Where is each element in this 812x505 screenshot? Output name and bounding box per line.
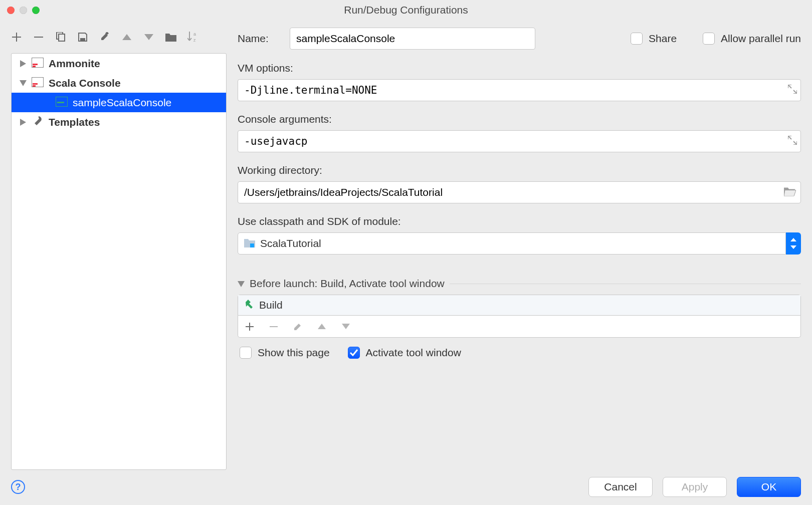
module-value: ScalaTutorial: [260, 237, 321, 249]
edit-defaults-button[interactable]: [99, 32, 110, 43]
show-this-page-toggle[interactable]: Show this page: [240, 347, 330, 359]
svg-text:z: z: [193, 38, 196, 43]
edit-task-button[interactable]: [292, 321, 303, 332]
updown-icon[interactable]: [786, 232, 801, 255]
svg-rect-11: [33, 83, 38, 85]
working-dir-label: Working directory:: [238, 164, 801, 176]
before-launch-item[interactable]: Build: [238, 295, 800, 315]
before-launch-toolbar: [238, 316, 801, 338]
window-controls: [7, 7, 40, 14]
ok-button[interactable]: OK: [737, 477, 801, 497]
remove-task-button[interactable]: [268, 321, 279, 332]
before-launch-label: Before launch: Build, Activate tool wind…: [250, 278, 445, 290]
apply-button[interactable]: Apply: [663, 477, 727, 497]
expand-icon[interactable]: [788, 84, 797, 96]
share-toggle[interactable]: Share: [631, 33, 677, 45]
svg-rect-3: [80, 38, 85, 41]
tree-item-label: Ammonite: [49, 58, 100, 70]
remove-config-button[interactable]: [33, 32, 44, 43]
left-toolbar: az: [11, 27, 227, 47]
svg-text:a: a: [193, 32, 196, 37]
svg-rect-0: [34, 37, 43, 38]
dialog-footer: ? Cancel Apply OK: [0, 470, 812, 505]
console-args-label: Console arguments:: [238, 113, 801, 125]
tree-item-label: Templates: [49, 116, 100, 128]
module-icon: [244, 237, 255, 250]
show-this-page-label: Show this page: [258, 347, 330, 359]
tree-item-label: Scala Console: [49, 77, 121, 89]
module-label: Use classpath and SDK of module:: [238, 215, 801, 227]
allow-parallel-toggle[interactable]: Allow parallel run: [703, 33, 801, 45]
folder-open-icon[interactable]: [784, 186, 796, 199]
tree-item-ammonite[interactable]: Ammonite: [12, 54, 226, 73]
svg-rect-9: [33, 66, 36, 67]
before-launch-header[interactable]: Before launch: Build, Activate tool wind…: [238, 278, 801, 290]
expand-icon[interactable]: [788, 135, 797, 147]
help-button[interactable]: ?: [11, 480, 25, 494]
svg-rect-8: [33, 64, 38, 65]
share-label: Share: [649, 33, 677, 45]
divider: [450, 284, 801, 284]
config-tree[interactable]: Ammonite Scala Console sampleScalaCon: [11, 53, 227, 470]
disclosure-right-icon[interactable]: [19, 59, 28, 68]
save-config-button[interactable]: [77, 32, 88, 43]
svg-rect-16: [270, 326, 278, 327]
before-launch-list[interactable]: Build: [238, 295, 801, 316]
move-up-button[interactable]: [121, 32, 132, 43]
folder-button[interactable]: [165, 32, 176, 43]
cancel-button[interactable]: Cancel: [588, 477, 653, 497]
move-task-down-button[interactable]: [340, 321, 351, 332]
zoom-window-button[interactable]: [32, 7, 40, 14]
svg-rect-2: [59, 34, 65, 41]
tree-item-label: sampleScalaConsole: [73, 97, 171, 109]
activate-tool-window-checkbox[interactable]: [348, 347, 360, 359]
window-title: Run/Debug Configurations: [0, 4, 812, 16]
svg-rect-15: [250, 243, 254, 247]
console-icon: [32, 58, 44, 70]
svg-rect-12: [33, 85, 36, 87]
working-dir-input[interactable]: [238, 181, 801, 203]
hammer-icon: [244, 299, 254, 312]
move-task-up-button[interactable]: [316, 321, 327, 332]
wrench-icon: [32, 116, 44, 128]
add-config-button[interactable]: [11, 32, 22, 43]
vm-options-input[interactable]: [238, 79, 801, 101]
console-args-input[interactable]: [238, 130, 801, 152]
sort-alpha-button[interactable]: az: [187, 32, 198, 43]
close-window-button[interactable]: [7, 7, 15, 14]
add-task-button[interactable]: [244, 321, 255, 332]
console-icon: [32, 77, 44, 89]
tree-item-sample-scala-console[interactable]: sampleScalaConsole: [12, 93, 226, 112]
allow-parallel-checkbox[interactable]: [703, 33, 715, 45]
disclosure-down-icon[interactable]: [238, 278, 245, 290]
move-down-button[interactable]: [143, 32, 154, 43]
disclosure-right-icon[interactable]: [19, 118, 28, 127]
disclosure-down-icon[interactable]: [19, 79, 28, 88]
show-this-page-checkbox[interactable]: [240, 347, 252, 359]
tree-item-templates[interactable]: Templates: [12, 112, 226, 132]
share-checkbox[interactable]: [631, 33, 643, 45]
copy-config-button[interactable]: [55, 32, 66, 43]
run-config-icon: [56, 97, 68, 109]
activate-tool-window-label: Activate tool window: [366, 347, 461, 359]
allow-parallel-label: Allow parallel run: [721, 33, 801, 45]
name-input[interactable]: [290, 28, 535, 50]
before-launch-item-label: Build: [259, 299, 283, 311]
activate-tool-window-toggle[interactable]: Activate tool window: [348, 347, 461, 359]
name-label: Name:: [238, 33, 276, 45]
vm-options-label: VM options:: [238, 62, 801, 74]
titlebar: Run/Debug Configurations: [0, 0, 812, 20]
svg-rect-14: [57, 102, 64, 103]
tree-item-scala-console[interactable]: Scala Console: [12, 73, 226, 93]
minimize-window-button: [20, 7, 27, 14]
module-select[interactable]: ScalaTutorial: [238, 232, 801, 255]
